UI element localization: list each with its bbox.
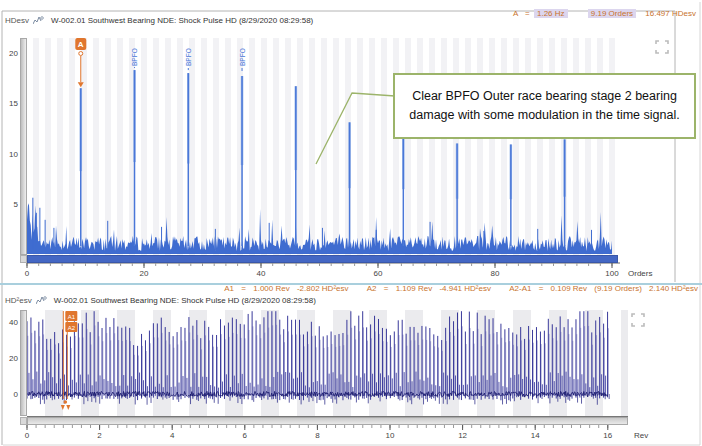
cursor-diff-orders: (9.19 Orders) [594,284,642,293]
cursor-a-amplitude: 16.497 HDesv [645,9,696,18]
cursor-a1-position: 1.000 Rev [253,284,289,293]
annotation-text: Clear BPFO Outer race bearing stage 2 be… [405,87,684,126]
spectrum-vertical-scrollbar[interactable] [20,38,27,255]
spectrum-horizontal-scrollbar[interactable] [27,255,618,263]
waveform-header: HD²esv W-002.01 Southwest Bearing NDE: S… [5,296,316,305]
svg-text:0: 0 [25,269,30,278]
cursor-a1-eq: = [241,284,246,293]
waveform-scrollbar-corner [20,417,27,425]
app-window: BPFOBPFOBPFOA020406080100Orders5101520A1… [0,0,702,446]
svg-text:10: 10 [9,150,18,159]
svg-text:5: 5 [14,200,19,209]
svg-text:0: 0 [14,390,19,399]
cursor-diff-amplitude: 2.140 HD²esv [649,284,698,293]
cursor-diff-eq: = [539,284,544,293]
svg-text:12: 12 [458,431,467,440]
svg-text:Rev: Rev [634,431,648,440]
svg-text:6: 6 [243,431,248,440]
cursor-a1-amplitude: -2.802 HD²esv [297,284,349,293]
waveform-plot-area[interactable] [27,310,628,416]
svg-text:0: 0 [25,431,30,440]
spectrum-cursor-readout: A = 1.26 Hz 9.19 Orders 16.497 HDesv [513,9,696,18]
expand-icon[interactable] [631,313,645,331]
svg-text:40: 40 [9,318,18,327]
cursor-a2-amplitude: -4.941 HD²esv [439,284,491,293]
annotation-callout[interactable]: Clear BPFO Outer race bearing stage 2 be… [393,73,696,139]
spectrum-icon[interactable] [36,296,47,305]
svg-text:4: 4 [170,431,175,440]
cursor-a2-label: A2 [367,284,377,293]
spectrum-scrollbar-corner [20,255,27,263]
waveform-unit-label: HD²esv [5,296,32,305]
svg-text:10: 10 [386,431,395,440]
cursor-a-eq: = [525,9,530,18]
svg-text:60: 60 [374,269,383,278]
svg-text:8: 8 [315,431,320,440]
cursor-a2-eq: = [384,284,389,293]
svg-text:20: 20 [9,354,18,363]
svg-text:Orders: Orders [628,269,652,278]
waveform-vertical-scrollbar[interactable] [20,310,27,416]
cursor-a-label: A [513,9,518,18]
svg-text:80: 80 [491,269,500,278]
spectrum-header: HDesv W-002.01 Southwest Bearing NDE: Sh… [5,16,313,25]
svg-text:100: 100 [605,269,619,278]
cursor-diff-label: A2-A1 [509,284,531,293]
svg-text:2: 2 [97,431,102,440]
spectrum-unit-label: HDesv [5,16,29,25]
cursor-diff-position: 0.109 Rev [551,284,587,293]
cursor-a1-label: A1 [224,284,234,293]
spectrum-plot-area[interactable] [27,38,618,255]
waveform-horizontal-scrollbar[interactable] [27,417,628,425]
waveform-title: W-002.01 Southwest Bearing NDE: Shock Pu… [54,296,316,305]
cursor-a2-position: 1.109 Rev [396,284,432,293]
svg-text:20: 20 [140,269,149,278]
cursor-a-frequency: 1.26 Hz [534,9,568,18]
expand-icon[interactable] [655,40,669,58]
svg-text:15: 15 [9,99,18,108]
svg-text:14: 14 [531,431,540,440]
spectrum-icon[interactable] [33,16,44,25]
svg-text:40: 40 [257,269,266,278]
cursor-a-orders: 9.19 Orders [588,9,636,18]
waveform-cursor-readout: A1 = 1.000 Rev -2.802 HD²esv A2 = 1.109 … [224,284,698,293]
spectrum-title: W-002.01 Southwest Bearing NDE: Shock Pu… [51,16,313,25]
svg-text:16: 16 [603,431,612,440]
svg-text:20: 20 [9,49,18,58]
